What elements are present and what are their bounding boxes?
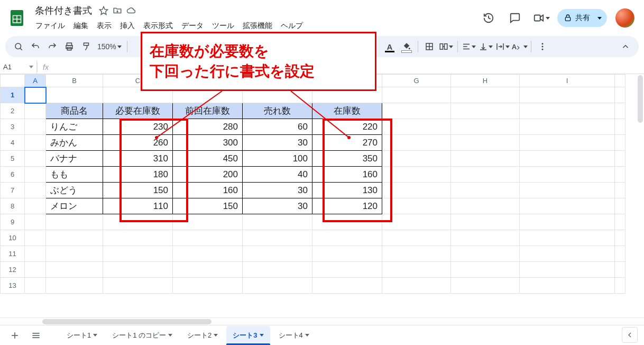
row-header-13[interactable]: 13 <box>1 278 25 294</box>
cell-C5[interactable]: 310 <box>103 151 173 167</box>
star-icon[interactable] <box>98 5 109 16</box>
row-header-6[interactable]: 6 <box>1 167 25 183</box>
col-header-G[interactable]: G <box>382 75 451 87</box>
cell-C7[interactable]: 150 <box>103 183 173 198</box>
explore-button[interactable] <box>622 327 638 343</box>
row-header-4[interactable]: 4 <box>1 135 25 151</box>
cell-D6[interactable]: 200 <box>173 167 243 183</box>
cell-E7[interactable]: 30 <box>243 183 312 198</box>
col-header-I[interactable]: I <box>520 75 615 87</box>
menu-file[interactable]: ファイル <box>32 19 69 33</box>
share-button[interactable]: 共有 <box>557 9 596 27</box>
cell-F7[interactable]: 130 <box>312 183 382 198</box>
col-header-B[interactable]: B <box>46 75 103 87</box>
cell-F6[interactable]: 160 <box>312 167 382 183</box>
more-toolbar-icon[interactable] <box>535 39 550 55</box>
cell-B5[interactable]: バナナ <box>46 151 103 167</box>
row-header-8[interactable]: 8 <box>1 198 25 214</box>
cell-B7[interactable]: ぶどう <box>46 183 103 198</box>
merge-cells-icon[interactable] <box>438 39 454 55</box>
cell-E4[interactable]: 30 <box>243 135 312 151</box>
cell-E8[interactable]: 30 <box>243 198 312 214</box>
row-header-1[interactable]: 1 <box>1 87 25 103</box>
row-header-2[interactable]: 2 <box>1 103 25 119</box>
sheet-tab-1-copy[interactable]: シート1 のコピー <box>106 326 179 345</box>
select-all-corner[interactable] <box>1 75 25 87</box>
horizontal-scrollbar[interactable] <box>0 317 644 325</box>
print-icon[interactable] <box>61 39 77 55</box>
cell-D8[interactable]: 150 <box>173 198 243 214</box>
sheet-tab-1[interactable]: シート1 <box>60 326 104 345</box>
cell-B4[interactable]: みかん <box>46 135 103 151</box>
cell-B8[interactable]: メロン <box>46 198 103 214</box>
comments-icon[interactable] <box>504 7 526 29</box>
menu-tools[interactable]: ツール <box>208 19 238 33</box>
cell-D7[interactable]: 160 <box>173 183 243 198</box>
menu-view[interactable]: 表示 <box>93 19 115 33</box>
cell-D2[interactable]: 前回在庫数 <box>173 103 243 119</box>
add-sheet-button[interactable] <box>5 328 24 343</box>
row-header-11[interactable]: 11 <box>1 246 25 262</box>
sheet-tab-4[interactable]: シート4 <box>272 326 316 345</box>
cell-D5[interactable]: 450 <box>173 151 243 167</box>
menu-insert[interactable]: 挿入 <box>116 19 139 33</box>
cell-F5[interactable]: 350 <box>312 151 382 167</box>
spreadsheet-grid[interactable]: A B C D E F G H I 1 2 商品名 必要在庫数 前回在庫数 売れ… <box>0 74 644 317</box>
collapse-toolbar-icon[interactable] <box>618 39 633 55</box>
row-header-12[interactable]: 12 <box>1 262 25 278</box>
horizontal-align-icon[interactable] <box>461 39 477 55</box>
account-avatar[interactable] <box>615 8 634 28</box>
sheet-tab-2[interactable]: シート2 <box>181 326 224 345</box>
cell-C3[interactable]: 230 <box>103 119 173 135</box>
name-box[interactable]: A1 <box>0 60 37 74</box>
borders-icon[interactable] <box>421 39 437 55</box>
col-header-A[interactable]: A <box>25 75 46 87</box>
cell-B3[interactable]: りんご <box>46 119 103 135</box>
undo-icon[interactable] <box>27 39 43 55</box>
cell-F3[interactable]: 220 <box>312 119 382 135</box>
row-header-9[interactable]: 9 <box>1 214 25 230</box>
cell-D4[interactable]: 300 <box>173 135 243 151</box>
all-sheets-button[interactable] <box>26 328 45 343</box>
cell-B6[interactable]: もも <box>46 167 103 183</box>
col-header-H[interactable]: H <box>451 75 520 87</box>
cloud-status-icon[interactable] <box>126 5 136 16</box>
cell-C2[interactable]: 必要在庫数 <box>103 103 173 119</box>
cell-F8[interactable]: 120 <box>312 198 382 214</box>
menu-help[interactable]: ヘルプ <box>277 19 307 33</box>
cell-E6[interactable]: 40 <box>243 167 312 183</box>
share-dropdown[interactable] <box>592 9 607 27</box>
text-color-icon[interactable]: A <box>382 39 398 55</box>
row-header-3[interactable]: 3 <box>1 119 25 135</box>
cell-A1[interactable] <box>25 87 46 103</box>
menu-data[interactable]: データ <box>178 19 207 33</box>
zoom-dropdown[interactable]: 150% <box>95 42 124 51</box>
cell-E5[interactable]: 100 <box>243 151 312 167</box>
row-header-10[interactable]: 10 <box>1 230 25 246</box>
row-header-5[interactable]: 5 <box>1 151 25 167</box>
menu-edit[interactable]: 編集 <box>70 19 92 33</box>
row-header-7[interactable]: 7 <box>1 183 25 198</box>
text-wrap-icon[interactable] <box>495 39 511 55</box>
cell-B2[interactable]: 商品名 <box>46 103 103 119</box>
document-title[interactable]: 条件付き書式 <box>32 3 95 18</box>
cell-F4[interactable]: 270 <box>312 135 382 151</box>
cell-C6[interactable]: 180 <box>103 167 173 183</box>
paint-format-icon[interactable] <box>78 39 94 55</box>
history-icon[interactable] <box>478 7 499 29</box>
search-menus-icon[interactable] <box>11 39 26 55</box>
menu-format[interactable]: 表示形式 <box>140 19 177 33</box>
cell-D3[interactable]: 280 <box>173 119 243 135</box>
meet-icon[interactable] <box>531 7 552 29</box>
fill-color-icon[interactable] <box>399 39 415 55</box>
cell-C4[interactable]: 260 <box>103 135 173 151</box>
menu-extensions[interactable]: 拡張機能 <box>239 19 276 33</box>
text-rotation-icon[interactable]: A <box>512 39 528 55</box>
cell-E2[interactable]: 売れ数 <box>243 103 312 119</box>
sheet-tab-3[interactable]: シート3 <box>226 326 270 345</box>
move-icon[interactable] <box>112 5 123 16</box>
cell-E3[interactable]: 60 <box>243 119 312 135</box>
cell-F2[interactable]: 在庫数 <box>312 103 382 119</box>
vertical-align-icon[interactable] <box>478 39 494 55</box>
vertical-scrollbar[interactable] <box>637 74 644 317</box>
